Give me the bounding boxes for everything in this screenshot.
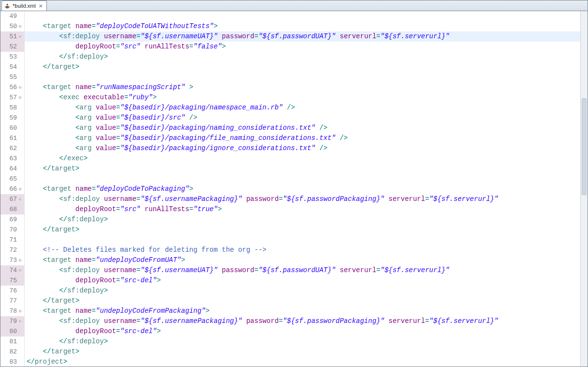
fold-toggle-icon — [18, 339, 22, 344]
fold-toggle-icon — [18, 146, 22, 151]
fold-toggle-icon — [18, 156, 22, 161]
token: "${basedir}/packaging/namespace_main.rb" — [120, 104, 283, 111]
token: "${sf.serverurl}" — [380, 266, 450, 274]
code-line[interactable]: <arg value="${basedir}/src" /> — [25, 113, 588, 123]
code-line[interactable]: <sf:deploy username="${sf.usernamePackag… — [25, 194, 588, 204]
code-line[interactable]: <target name="runNamespacingScript" > — [25, 82, 588, 92]
token — [27, 287, 59, 294]
token: < — [75, 114, 79, 122]
token: > — [63, 358, 67, 366]
code-line[interactable]: </target> — [25, 164, 588, 174]
token: target — [47, 22, 75, 30]
fold-toggle-icon[interactable] — [18, 309, 22, 313]
gutter-line: 64 — [0, 164, 24, 174]
fold-toggle-icon[interactable] — [18, 34, 22, 39]
code-line[interactable]: </exec> — [25, 153, 588, 164]
code-line[interactable] — [25, 235, 588, 245]
token — [27, 165, 43, 172]
code-line[interactable]: </target> — [25, 347, 588, 357]
svg-rect-2 — [5, 7, 6, 7]
code-line[interactable]: <arg value="${basedir}/packaging/ignore_… — [25, 143, 588, 153]
code-line[interactable]: <target name="undeployCodeFromPackaging"… — [25, 306, 588, 316]
fold-toggle-icon[interactable] — [18, 258, 22, 262]
fold-toggle-icon[interactable] — [18, 24, 22, 29]
fold-toggle-icon — [18, 289, 22, 293]
code-line[interactable]: </sf:deploy> — [25, 336, 588, 347]
code-line[interactable]: deployRoot="src-del"> — [25, 326, 588, 336]
code-line[interactable]: deployRoot="src" runAllTests="true"> — [25, 204, 588, 214]
token — [27, 114, 75, 122]
fold-toggle-icon — [18, 238, 22, 242]
code-line[interactable]: </target> — [25, 225, 588, 235]
line-number: 74 — [7, 265, 17, 275]
line-number: 65 — [7, 174, 17, 184]
token: value — [96, 104, 116, 111]
code-line[interactable]: </target> — [25, 62, 588, 72]
token — [27, 32, 59, 40]
token: "${basedir}/src" — [120, 114, 185, 122]
gutter-line: 78 — [0, 306, 24, 316]
scroll-thumb[interactable] — [582, 98, 587, 195]
fold-toggle-icon — [18, 45, 22, 49]
token — [27, 63, 43, 71]
code-line[interactable]: deployRoot="src-del"> — [25, 275, 588, 286]
token — [27, 348, 43, 355]
code-line[interactable]: </sf:deploy> — [25, 286, 588, 296]
code-line[interactable]: <target name="deployCodeToPackaging"> — [25, 184, 588, 194]
code-line[interactable]: </target> — [25, 296, 588, 306]
vertical-scrollbar[interactable] — [580, 11, 588, 367]
token: = — [116, 114, 120, 122]
line-number: 61 — [7, 133, 17, 143]
token: exec — [67, 154, 84, 162]
fold-toggle-icon — [18, 65, 22, 69]
fold-toggle-icon[interactable] — [18, 319, 22, 323]
token: sf:deploy — [63, 195, 104, 203]
token: < — [43, 185, 47, 193]
token: > — [84, 154, 88, 162]
code-line[interactable]: deployRoot="src" runAllTests="false"> — [25, 42, 588, 52]
code-line[interactable] — [25, 72, 588, 82]
gutter-line: 68 — [0, 204, 24, 214]
fold-toggle-icon[interactable] — [18, 197, 22, 201]
fold-toggle-icon — [18, 360, 22, 364]
code-line[interactable]: <sf:deploy username="${sf.usernameUAT}" … — [25, 31, 588, 42]
token: deployRoot — [75, 43, 116, 50]
code-line[interactable]: <arg value="${basedir}/packaging/naming_… — [25, 123, 588, 133]
token: = — [377, 266, 380, 274]
token: > — [75, 297, 79, 305]
gutter-line: 77 — [0, 296, 24, 306]
token: "${sf.passwordUAT}" — [258, 266, 336, 274]
token: = — [425, 317, 429, 325]
token: = — [116, 124, 120, 132]
line-number: 77 — [7, 296, 17, 306]
fold-toggle-icon[interactable] — [18, 85, 22, 90]
code-line[interactable]: </sf:deploy> — [25, 52, 588, 62]
code-editor[interactable]: 4950515253545556575859606162636465666768… — [0, 11, 588, 367]
token: "deployCodeToPackaging" — [96, 185, 189, 193]
token: "${sf.serverurl}" — [380, 32, 450, 40]
code-line[interactable]: </project> — [25, 357, 588, 367]
token — [27, 43, 75, 50]
token: = — [189, 205, 193, 213]
code-line[interactable] — [25, 11, 588, 21]
code-line[interactable]: <exec executable="ruby"> — [25, 92, 588, 103]
token: "ruby" — [128, 93, 152, 101]
token — [27, 185, 43, 193]
code-area[interactable]: <target name="deployCodeToUATWithoutTest… — [25, 11, 588, 367]
code-line[interactable]: <target name="deployCodeToUATWithoutTest… — [25, 21, 588, 31]
code-line[interactable]: <sf:deploy username="${sf.usernameUAT}" … — [25, 265, 588, 275]
close-icon[interactable]: ✕ — [38, 3, 44, 9]
code-line[interactable]: <!-- Deletes files marked for deleting f… — [25, 245, 588, 255]
code-line[interactable]: <sf:deploy username="${sf.usernamePackag… — [25, 316, 588, 326]
code-line[interactable] — [25, 174, 588, 184]
fold-toggle-icon[interactable] — [18, 95, 22, 100]
fold-toggle-icon[interactable] — [18, 187, 22, 191]
code-line[interactable]: <target name="undeployCodeFromUAT"> — [25, 255, 588, 265]
token: = — [136, 266, 140, 274]
gutter-line: 71 — [0, 235, 24, 245]
code-line[interactable]: </sf:deploy> — [25, 214, 588, 225]
code-line[interactable]: <arg value="${basedir}/packaging/file_na… — [25, 133, 588, 143]
code-line[interactable]: <arg value="${basedir}/packaging/namespa… — [25, 103, 588, 113]
fold-toggle-icon[interactable] — [18, 268, 22, 273]
editor-tab[interactable]: *build.xml ✕ — [1, 0, 47, 11]
